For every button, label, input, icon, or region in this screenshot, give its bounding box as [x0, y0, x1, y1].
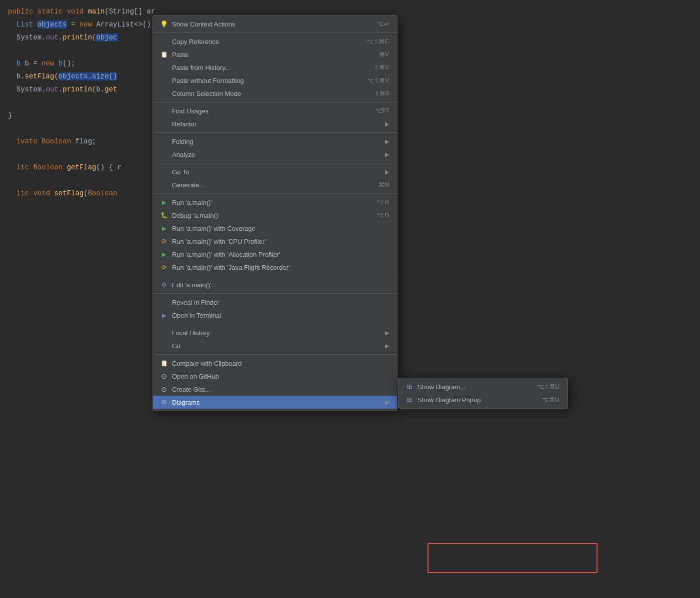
menu-label-git: Git: [172, 342, 381, 350]
context-menu: 💡 Show Context Actions ⌥↩ Copy Reference…: [152, 15, 398, 411]
gist-icon: ⊙: [159, 385, 169, 393]
menu-shortcut-generate: ⌘N: [378, 181, 389, 188]
separator-1: [153, 32, 397, 33]
menu-label-paste-without-formatting: Paste without Formatting: [172, 77, 357, 84]
menu-label-local-history: Local History: [172, 329, 381, 337]
cpu-profiler-icon: ⟳: [159, 238, 169, 245]
git-arrow: ▶: [385, 343, 389, 349]
menu-item-analyze[interactable]: Analyze ▶: [153, 148, 397, 161]
menu-item-generate[interactable]: Generate... ⌘N: [153, 178, 397, 191]
folding-arrow: ▶: [385, 138, 389, 145]
menu-label-find-usages: Find Usages: [172, 107, 365, 115]
debug-icon: 🐛: [159, 212, 169, 219]
menu-label-run-cpu: Run 'a.main()' with 'CPU Profiler': [172, 238, 389, 245]
menu-item-go-to[interactable]: Go To ▶: [153, 165, 397, 178]
menu-item-open-github[interactable]: ⊙ Open on GitHub: [153, 370, 397, 383]
menu-label-debug-main: Debug 'a.main()': [172, 212, 367, 219]
menu-item-diagrams[interactable]: ⊞ Diagrams ▶: [153, 396, 397, 409]
code-line-4: [0, 44, 155, 57]
menu-item-run-coverage[interactable]: ▶ Run 'a.main()' with Coverage: [153, 222, 397, 235]
menu-label-compare-clipboard: Compare with Clipboard: [172, 360, 389, 367]
allocation-profiler-icon: ▶: [159, 251, 169, 258]
menu-item-open-terminal[interactable]: ▶ Open in Terminal: [153, 309, 397, 322]
diagrams-icon: ⊞: [159, 399, 169, 406]
menu-item-local-history[interactable]: Local History ▶: [153, 326, 397, 339]
code-line-1: public static void main(String[] args) {: [0, 5, 155, 18]
refactor-arrow: ▶: [385, 121, 389, 127]
menu-shortcut-run-main: ^⇧R: [377, 199, 389, 206]
code-line-2: List objects = new ArrayList<>();: [0, 18, 155, 31]
menu-item-column-selection-mode[interactable]: Column Selection Mode ⇧⌘8: [153, 87, 397, 100]
menu-item-reveal-finder[interactable]: Reveal in Finder: [153, 296, 397, 309]
menu-item-debug-main[interactable]: 🐛 Debug 'a.main()' ^⇧D: [153, 209, 397, 222]
menu-label-show-context-actions: Show Context Actions: [172, 20, 367, 28]
show-diagram-icon: ⊞: [404, 383, 414, 390]
red-outline-highlight: [428, 543, 598, 573]
menu-shortcut-show-diagram-popup: ⌥⌘U: [542, 396, 560, 403]
paste-icon: 📋: [159, 51, 169, 58]
menu-item-folding[interactable]: Folding ▶: [153, 135, 397, 148]
menu-label-analyze: Analyze: [172, 151, 381, 158]
separator-7: [153, 293, 397, 294]
run-icon: ▶: [159, 199, 169, 206]
menu-item-run-main[interactable]: ▶ Run 'a.main()' ^⇧R: [153, 196, 397, 209]
menu-label-open-github: Open on GitHub: [172, 373, 389, 380]
code-editor: public static void main(String[] args) {…: [0, 0, 155, 598]
menu-item-run-allocation[interactable]: ▶ Run 'a.main()' with 'Allocation Profil…: [153, 248, 397, 261]
menu-item-create-gist[interactable]: ⊙ Create Gist...: [153, 383, 397, 396]
separator-4: [153, 163, 397, 163]
menu-shortcut-paste-without-formatting: ⌥⇧⌘V: [367, 77, 389, 84]
menu-label-show-diagram: Show Diagram...: [418, 383, 527, 391]
menu-item-run-jfr[interactable]: ⟳ Run 'a.main()' with 'Java Flight Recor…: [153, 261, 397, 274]
menu-label-generate: Generate...: [172, 181, 368, 189]
menu-label-run-jfr: Run 'a.main()' with 'Java Flight Recorde…: [172, 264, 389, 271]
menu-item-show-diagram-popup[interactable]: ⊞ Show Diagram Popup ⌥⌘U: [398, 393, 568, 406]
separator-9: [153, 354, 397, 355]
submenu-wrapper-diagrams: ⊞ Diagrams ▶ ⊞ Show Diagram... ⌥⇧⌘U ⊞ Sh…: [153, 396, 397, 409]
menu-shortcut-paste-from-history: ⇧⌘V: [374, 64, 389, 71]
separator-3: [153, 132, 397, 133]
menu-item-paste[interactable]: 📋 Paste ⌘V: [153, 48, 397, 61]
menu-shortcut-show-diagram: ⌥⇧⌘U: [537, 383, 560, 390]
menu-shortcut-debug-main: ^⇧D: [377, 212, 389, 219]
code-line-12: [0, 148, 155, 161]
separator-5: [153, 193, 397, 194]
local-history-arrow: ▶: [385, 330, 389, 336]
separator-2: [153, 102, 397, 102]
menu-label-folding: Folding: [172, 138, 381, 145]
menu-shortcut-show-context-actions: ⌥↩: [377, 20, 389, 27]
menu-item-show-context-actions[interactable]: 💡 Show Context Actions ⌥↩: [153, 17, 397, 30]
menu-label-go-to: Go To: [172, 168, 381, 176]
menu-item-show-diagram[interactable]: ⊞ Show Diagram... ⌥⇧⌘U: [398, 380, 568, 393]
jfr-icon: ⟳: [159, 264, 169, 271]
menu-item-paste-from-history[interactable]: Paste from History... ⇧⌘V: [153, 61, 397, 74]
diagrams-arrow: ▶: [385, 399, 389, 406]
analyze-arrow: ▶: [385, 151, 389, 158]
menu-item-copy-reference[interactable]: Copy Reference ⌥⇧⌘C: [153, 35, 397, 48]
go-to-arrow: ▶: [385, 169, 389, 175]
menu-item-edit-main[interactable]: ⚙ Edit 'a.main()'...: [153, 278, 397, 291]
coverage-icon: ▶: [159, 225, 169, 232]
code-line-15: lic void setFlag(Boolean: [0, 187, 155, 200]
menu-item-git[interactable]: Git ▶: [153, 339, 397, 352]
code-line-8: [0, 96, 155, 109]
menu-shortcut-copy-reference: ⌥⇧⌘C: [366, 38, 389, 45]
show-diagram-popup-icon: ⊞: [404, 396, 414, 403]
diagrams-submenu: ⊞ Show Diagram... ⌥⇧⌘U ⊞ Show Diagram Po…: [398, 378, 568, 409]
menu-label-paste: Paste: [172, 51, 369, 58]
menu-item-compare-clipboard[interactable]: 📋 Compare with Clipboard: [153, 357, 397, 370]
terminal-icon: ▶: [159, 312, 169, 319]
code-line-3: System.out.println(objec: [0, 31, 155, 44]
menu-item-paste-without-formatting[interactable]: Paste without Formatting ⌥⇧⌘V: [153, 74, 397, 87]
code-line-13: lic Boolean getFlag() { r: [0, 161, 155, 174]
menu-label-column-selection-mode: Column Selection Mode: [172, 90, 364, 97]
menu-item-run-cpu[interactable]: ⟳ Run 'a.main()' with 'CPU Profiler': [153, 235, 397, 248]
code-line-5: b b = new b();: [0, 57, 155, 70]
menu-shortcut-column-selection-mode: ⇧⌘8: [374, 90, 389, 97]
menu-item-refactor[interactable]: Refactor ▶: [153, 117, 397, 130]
menu-item-find-usages[interactable]: Find Usages ⌥F7: [153, 104, 397, 117]
menu-shortcut-paste: ⌘V: [379, 51, 389, 58]
menu-label-open-terminal: Open in Terminal: [172, 312, 389, 319]
code-line-11: ivate Boolean flag;: [0, 135, 155, 148]
compare-clipboard-icon: 📋: [159, 360, 169, 367]
